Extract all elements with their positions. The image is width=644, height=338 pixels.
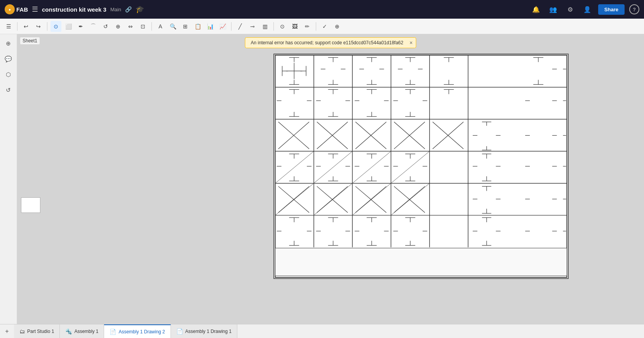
project-title: construction kit week 3 [42,6,106,13]
grid-tool[interactable]: ⊡ [138,21,148,32]
sidebar-history-icon[interactable]: ↺ [2,84,15,96]
link-icon[interactable]: 🔗 [125,6,132,12]
redo-button[interactable]: ↪ [33,21,44,32]
tab-assembly[interactable]: 🔩 Assembly 1 [60,324,104,338]
sep2 [47,22,47,31]
cap-icon[interactable]: 🎓 [136,5,144,14]
hamburger-menu[interactable]: ☰ [32,5,38,14]
profile-icon[interactable]: 👤 [581,3,594,16]
search-tool[interactable]: 🔍 [167,21,178,32]
move-tool[interactable]: ⊙ [277,21,288,32]
top-bar-right: 🔔 👥 ⚙ 👤 Share ? [530,3,639,16]
tab-assembly-drawing-2[interactable]: 📄 Assembly 1 Drawing 2 [104,324,171,338]
image-tool[interactable]: 🖼 [289,21,300,32]
sidebar-add-icon[interactable]: ⊕ [2,37,15,50]
drawing-sheet [273,54,569,279]
left-sidebar: ⊕ 💬 ⬡ ↺ [0,34,17,324]
drawing2-icon: 📄 [110,329,116,335]
rotate-tool[interactable]: ↺ [100,21,111,32]
bottom-tabs: + 🗂 Part Studio 1 🔩 Assembly 1 📄 Assembl… [0,324,644,338]
sidebar-comment-icon[interactable]: 💬 [2,53,15,65]
sep5 [273,22,274,31]
sketch-tool[interactable]: ⌒ [88,21,99,32]
share-button[interactable]: Share [598,4,625,15]
error-close-button[interactable]: × [409,40,413,46]
sidebar-3d-icon[interactable]: ⬡ [2,68,15,81]
dimension-tool[interactable]: ⊸ [247,21,258,32]
table-tool[interactable]: ⊞ [180,21,191,32]
annotate-tool[interactable]: ✒ [75,21,86,32]
main-area: ⊕ 💬 ⬡ ↺ Sheet1 An internal error has occ… [0,34,644,324]
tab-assembly-drawing-1[interactable]: 📄 Assembly 1 Drawing 1 [171,324,237,338]
drawing1-icon: 📄 [176,328,183,335]
toolbar: ☰ ↩ ↪ ⊙ ⬜ ✒ ⌒ ↺ ⊕ ⇔ ⊡ A 🔍 ⊞ 📋 📊 📈 ╱ ⊸ ▥ … [0,19,644,34]
canvas-area: Sheet1 An internal error has occurred; s… [17,34,644,324]
chart-tool[interactable]: 📊 [205,21,216,32]
section-view[interactable]: ⊕ [113,21,124,32]
panels-toggle[interactable]: ☰ [3,21,14,32]
add-tab-button[interactable]: + [0,324,14,338]
logo-icon: ● [5,4,15,14]
help-button[interactable]: ? [629,4,639,14]
tab-assembly-label: Assembly 1 [74,329,98,334]
svg-rect-188 [275,248,567,276]
tab-assembly-drawing-2-label: Assembly 1 Drawing 2 [118,329,165,335]
error-message: An internal error has occurred; support … [251,40,404,45]
check-tool[interactable]: ✓ [319,21,330,32]
assembly-icon: 🔩 [65,328,72,335]
fab-text: FAB [16,6,28,13]
tab-assembly-drawing-1-label: Assembly 1 Drawing 1 [185,329,231,334]
insert-view[interactable]: ⬜ [63,21,74,32]
part-studio-icon: 🗂 [19,328,25,335]
fab-logo[interactable]: ● FAB [5,4,28,14]
text-tool[interactable]: A [155,21,166,32]
sep1 [17,22,17,31]
top-bar: ● FAB ☰ construction kit week 3 Main 🔗 🎓… [0,0,644,19]
hatch-tool[interactable]: ▥ [259,21,270,32]
view-toggle[interactable]: ⊙ [50,21,61,32]
zoom-fit[interactable]: ⊕ [332,21,343,32]
bom-tool[interactable]: 📋 [192,21,203,32]
tab-part-studio[interactable]: 🗂 Part Studio 1 [14,324,60,338]
export-tool[interactable]: 📈 [217,21,228,32]
sep6 [316,22,316,31]
align-tool[interactable]: ⇔ [125,21,136,32]
sep3 [151,22,152,31]
drawing-content [274,54,568,278]
tab-part-studio-label: Part Studio 1 [27,329,54,334]
sep4 [231,22,231,31]
line-tool[interactable]: ╱ [235,21,245,32]
error-banner: An internal error has occurred; support … [245,37,416,48]
sheet-thumbnail[interactable] [21,197,40,213]
undo-button[interactable]: ↩ [21,21,31,32]
branch-label: Main [110,7,121,12]
users-icon[interactable]: 👥 [547,3,559,16]
settings-icon[interactable]: ⚙ [564,3,576,16]
pen-tool[interactable]: ✏ [302,21,313,32]
notifications-icon[interactable]: 🔔 [530,3,542,16]
sheet-label: Sheet1 [20,37,40,44]
